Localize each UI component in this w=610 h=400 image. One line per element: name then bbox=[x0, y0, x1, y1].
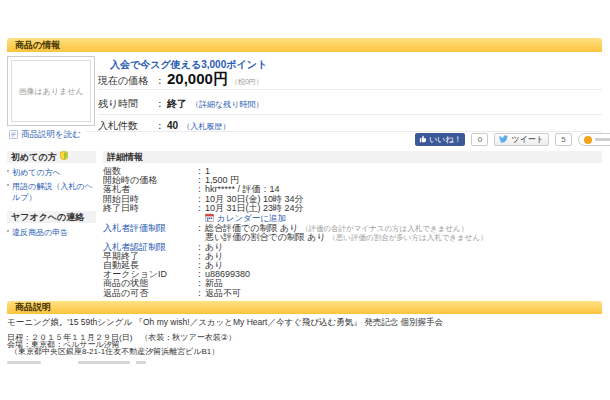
detail-value: 10月 31日(土) 23時 24分 bbox=[205, 203, 304, 213]
detail-row-winner: 落札者：hkr***** / 評価：14 bbox=[103, 185, 602, 194]
description-address-line: （東京都中央区銀座8-21-1住友不動産汐留浜離宮ビルB1） bbox=[7, 348, 602, 355]
detail-row-auto-extend: 自動延長：あり bbox=[103, 261, 602, 270]
section-header-item-info: 商品の情報 bbox=[7, 38, 602, 52]
clipped-text-fragment bbox=[78, 361, 130, 364]
colon: ： bbox=[155, 74, 167, 88]
add-to-calendar-label: カレンダーに追加 bbox=[217, 214, 286, 223]
detail-row-rating-restriction-cont: 悪い評価の割合での制限 あり （悪い評価の割合が多い方は入札できません） bbox=[103, 233, 602, 242]
tax-note: （税0円） bbox=[231, 77, 263, 87]
beginner-guide-link[interactable]: 初めての方へ bbox=[12, 167, 61, 178]
current-price-value: 20,000円 bbox=[167, 70, 228, 89]
time-left-value: 終了 bbox=[167, 97, 187, 111]
detail-info-header: 詳細情報 bbox=[103, 151, 602, 163]
help-sidebar: 初めての方 初めての方へ 用語の解説（入札のヘルプ） ヤフオクへの連絡 違反商品… bbox=[7, 151, 96, 246]
bullet-icon bbox=[7, 230, 9, 232]
detail-label: 終了日時 bbox=[103, 204, 195, 213]
facebook-like-label: いいね！ bbox=[429, 134, 462, 145]
facebook-like-count: 0 bbox=[471, 133, 488, 146]
bullet-icon bbox=[7, 184, 9, 186]
restriction-note: （悪い評価の割合が多い方は入札できません） bbox=[328, 233, 487, 242]
detail-info-panel: 詳細情報 個数：1 開始時の価格：1,500 円 落札者：hkr***** / … bbox=[103, 151, 602, 298]
read-description-link[interactable]: 商品説明を読む bbox=[9, 129, 81, 141]
beginner-shield-icon bbox=[60, 151, 68, 163]
contact-section-header: ヤフオクへの連絡 bbox=[7, 211, 96, 223]
no-image-placeholder: 画像はありません bbox=[11, 60, 91, 122]
detail-value: 返品不可 bbox=[205, 288, 241, 298]
sidebar-item-report-violation[interactable]: 違反商品の申告 bbox=[7, 227, 96, 238]
tweet-count: 5 bbox=[555, 133, 572, 146]
colon: ： bbox=[195, 289, 205, 298]
tweet-button[interactable]: ツイート bbox=[494, 133, 549, 146]
beginner-section-header: 初めての方 bbox=[7, 151, 96, 163]
sidebar-item-beginner-guide[interactable]: 初めての方へ bbox=[7, 167, 96, 178]
detail-row-returns: 返品の可否：返品不可 bbox=[103, 289, 602, 298]
time-left-label: 残り時間 bbox=[98, 97, 155, 111]
colon: ： bbox=[195, 224, 205, 233]
detail-row-auction-id: オークションID：u88699380 bbox=[103, 270, 602, 279]
divider bbox=[98, 114, 602, 115]
description-body: モーニング娘。'15 59thシングル 『Oh my wish!／スカッとMy … bbox=[7, 318, 602, 356]
rating-restriction-link[interactable]: 入札者評価制限 bbox=[103, 224, 195, 233]
glossary-link[interactable]: 用語の解説（入札のヘルプ） bbox=[12, 181, 96, 203]
facebook-like-button[interactable]: いいね！ bbox=[415, 133, 466, 146]
divider bbox=[85, 131, 602, 132]
document-icon bbox=[9, 130, 18, 141]
orange-circle-icon bbox=[584, 136, 592, 144]
auction-page: 商品の情報 画像はありません 商品説明を読む 入会で今スグ使える3,000ポイン… bbox=[0, 0, 610, 400]
section-header-description: 商品説明 bbox=[7, 301, 602, 314]
detail-label: 返品の可否 bbox=[103, 289, 195, 298]
detail-row-early-end: 早期終了：あり bbox=[103, 252, 602, 261]
beginner-header-label: 初めての方 bbox=[11, 151, 57, 163]
current-price-label: 現在の価格 bbox=[98, 74, 155, 88]
read-description-label: 商品説明を読む bbox=[21, 129, 81, 141]
share-label-stub bbox=[595, 138, 610, 141]
detail-row-start-time: 開始日時：10月 30日(金) 10時 34分 bbox=[103, 195, 602, 204]
report-violation-link[interactable]: 違反商品の申告 bbox=[12, 227, 68, 238]
detail-row-end-time: 終了日時：10月 31日(土) 23時 24分 bbox=[103, 204, 602, 213]
current-price-row: 現在の価格 ： 20,000円 （税0円） bbox=[98, 70, 263, 89]
item-image-frame: 画像はありません bbox=[7, 56, 95, 126]
bid-count-value: 40 bbox=[167, 120, 178, 131]
detail-row-calendar: カレンダーに追加 bbox=[103, 213, 602, 224]
detail-row-auth-restriction: 入札者認証制限：あり bbox=[103, 243, 602, 252]
description-title: モーニング娘。'15 59thシングル 『Oh my wish!／スカッとMy … bbox=[7, 318, 602, 327]
clipped-text-fragment bbox=[136, 361, 146, 364]
colon: ： bbox=[155, 97, 167, 111]
time-left-row: 残り時間 ： 終了 （詳細な残り時間） bbox=[98, 97, 263, 111]
time-left-detail-link[interactable]: （詳細な残り時間） bbox=[191, 99, 263, 110]
detail-row-start-price: 開始時の価格：1,500 円 bbox=[103, 176, 602, 185]
clipped-text-fragment bbox=[7, 361, 41, 364]
twitter-bird-icon bbox=[499, 135, 508, 145]
social-share-row: いいね！ 0 ツイート 5 bbox=[415, 133, 610, 146]
divider bbox=[98, 89, 602, 90]
contact-header-label: ヤフオクへの連絡 bbox=[11, 211, 84, 223]
colon: ： bbox=[195, 204, 205, 213]
thumbs-up-icon bbox=[419, 135, 426, 145]
bullet-icon bbox=[7, 170, 9, 172]
sidebar-item-glossary[interactable]: 用語の解説（入札のヘルプ） bbox=[7, 181, 96, 203]
detail-row-condition: 商品の状態：新品 bbox=[103, 279, 602, 288]
bookmark-share-button[interactable] bbox=[578, 133, 610, 146]
tweet-label: ツイート bbox=[511, 134, 544, 145]
detail-row-quantity: 個数：1 bbox=[103, 167, 602, 176]
